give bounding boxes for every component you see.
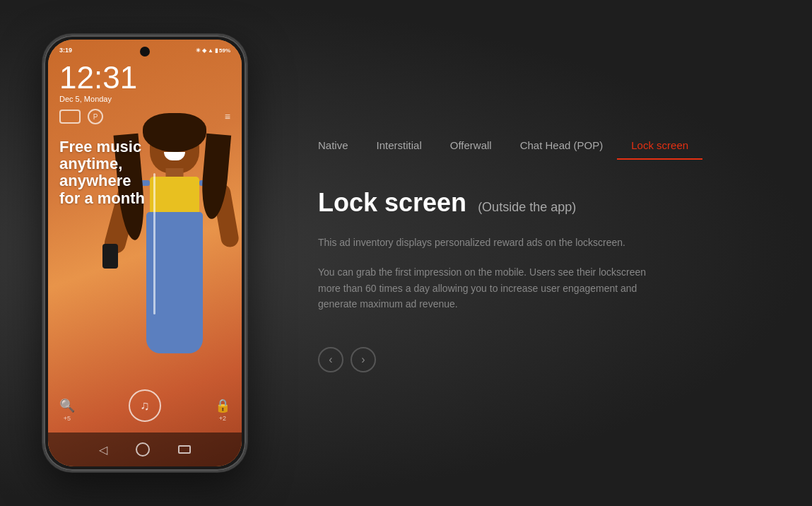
phone-in-hand — [102, 244, 118, 269]
tabs-nav: Native Interstitial Offerwall Chat Head … — [318, 134, 770, 160]
tab-offerwall[interactable]: Offerwall — [436, 134, 506, 160]
tab-native[interactable]: Native — [318, 134, 363, 160]
search-action: 🔍 +5 — [59, 398, 75, 422]
ad-headline: Free music anytime, anywhere for a month — [59, 139, 145, 207]
signal-icon: ▲ — [208, 47, 213, 54]
home-nav-icon — [136, 442, 150, 457]
battery-icon: ▮ — [215, 47, 218, 54]
next-arrow-button[interactable]: › — [351, 347, 376, 372]
recents-nav-icon — [178, 445, 191, 454]
tab-lock-screen[interactable]: Lock screen — [617, 134, 702, 160]
app-icon-1 — [59, 110, 81, 124]
phone-notch — [140, 47, 150, 57]
page-container: 3:19 ✳ ◈ ▲ ▮ 59% 12:31 Dec 5, Monday — [0, 0, 812, 506]
content-panel: Native Interstitial Offerwall Chat Head … — [304, 134, 770, 373]
tab-chat-head[interactable]: Chat Head (POP) — [506, 134, 618, 160]
nav-arrows: ‹ › — [318, 347, 770, 372]
menu-icon: ≡ — [225, 111, 230, 122]
earphone-cord — [153, 173, 155, 314]
prev-arrow-button[interactable]: ‹ — [318, 347, 343, 372]
description-2: You can grab the first impression on the… — [318, 264, 657, 312]
music-action-circle: ♫ — [129, 389, 161, 422]
section-title-block: Lock screen (Outside the app) — [318, 188, 770, 218]
app-icons-bar: P — [59, 109, 103, 124]
back-nav-icon: ◁ — [99, 443, 107, 457]
lock-icon: 🔒 — [215, 398, 230, 413]
tab-interstitial[interactable]: Interstitial — [363, 134, 436, 160]
phone-app-icons: P ≡ — [48, 106, 242, 127]
description-1: This ad inventory displays personalized … — [318, 235, 657, 250]
section-subtitle: (Outside the app) — [478, 200, 576, 215]
status-time: 3:19 — [59, 47, 72, 54]
phone-time-widget: 12:31 Dec 5, Monday — [48, 57, 242, 106]
phone-screen: 3:19 ✳ ◈ ▲ ▮ 59% 12:31 Dec 5, Monday — [48, 40, 242, 466]
bluetooth-icon: ✳ — [196, 47, 201, 54]
battery-percent: 59% — [219, 47, 230, 54]
app-icon-2: P — [88, 109, 103, 124]
lock-action: 🔒 +2 — [215, 398, 230, 422]
phone-clock-date: Dec 5, Monday — [59, 95, 230, 103]
lock-badge: +2 — [219, 415, 226, 422]
status-icons: ✳ ◈ ▲ ▮ 59% — [196, 47, 230, 54]
phone-bottom-actions: 🔍 +5 ♫ 🔒 +2 — [48, 389, 242, 428]
section-heading: Lock screen — [318, 188, 466, 218]
phone-mockup: 3:19 ✳ ◈ ▲ ▮ 59% 12:31 Dec 5, Monday — [42, 34, 247, 472]
phone-clock-time: 12:31 — [59, 62, 230, 93]
search-badge: +5 — [64, 415, 71, 422]
phone-frame: 3:19 ✳ ◈ ▲ ▮ 59% 12:31 Dec 5, Monday — [42, 34, 247, 472]
phone-nav-bar: ◁ — [48, 433, 242, 466]
wifi-icon: ◈ — [202, 47, 206, 54]
search-icon: 🔍 — [59, 398, 75, 413]
phone-ad-text: Free music anytime, anywhere for a month — [59, 139, 145, 207]
